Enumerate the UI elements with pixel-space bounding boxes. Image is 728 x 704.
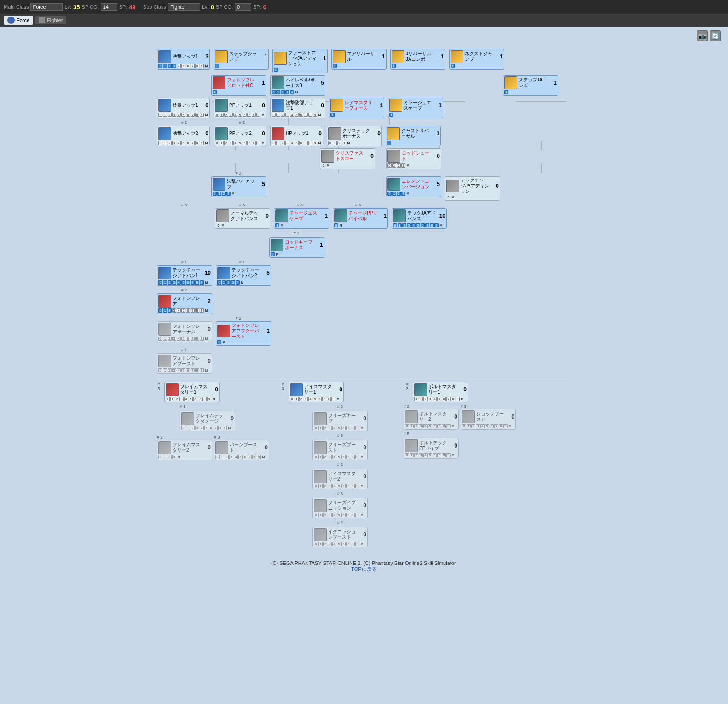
row-6: 法撃ハイアップ 5 0 1 2 3 M エ xyxy=(157,176,571,201)
skill-icon-pp-up1 xyxy=(215,99,228,112)
skill-name-pf-boost: フォトンフレアブースト xyxy=(173,355,203,367)
skill-level-bolt-mastery1: 0 xyxy=(460,386,467,393)
skill-dots-freeze-keep: 0 1 2 3 4 5 6 7 8 9 M xyxy=(314,426,366,430)
refresh-button[interactable]: 🔄 xyxy=(710,30,721,41)
main-content: 📷 🔄 xyxy=(0,27,728,551)
tabs-bar: Force Fighter xyxy=(0,14,728,27)
req-4-2: # 2 xyxy=(215,120,269,125)
skill-houeki-up2: 法撃アップ2 0 0 1 2 3 4 5 6 7 8 9 M xyxy=(157,126,210,146)
skill-ignition-boost: イグニッションブースト 0 0 1 2 3 4 5 6 7 8 xyxy=(312,527,368,547)
req-7-2: # 3 xyxy=(215,203,269,207)
req-7-4: # 3 xyxy=(331,203,385,207)
skill-level-rod-keep-bonus: 1 xyxy=(317,242,323,248)
skill-dots-rare-mastery: 1 xyxy=(330,113,383,117)
skill-icon-tech-charge-ja xyxy=(446,180,459,192)
flame-subtree: # 5 フレイムテックダメージ 0 0 1 2 xyxy=(157,404,277,547)
skill-dots-air-reversal: 1 xyxy=(333,64,385,68)
skill-level-burn-boost: 0 xyxy=(261,444,268,451)
skill-level-photon-flare: 2 xyxy=(204,298,211,304)
skill-dots-bolt-mastery2: 0 1 2 3 4 5 6 7 8 9 xyxy=(405,424,457,428)
skill-name-next-jump: ネクストジャンプ xyxy=(465,51,495,62)
skill-houeki-high: 法撃ハイアップ 5 0 1 2 3 M xyxy=(211,176,266,197)
skill-name-chrys-fast-slow: クリスファストスロー xyxy=(335,151,366,162)
main-lv-value: 35 xyxy=(73,4,80,11)
skill-name-tcc-adv2: テックチャージアドバン2 xyxy=(231,268,262,279)
skill-name-tech-charge-ja: テックチャージJAアディション xyxy=(461,178,491,194)
skill-icon-first-arts xyxy=(274,52,287,65)
skill-dots-tech-charge-ja: 0 M xyxy=(446,195,499,199)
skill-icon-flame-mastery2 xyxy=(158,441,171,454)
burn-boost-col: # 3 バーンブースト 0 0 1 2 xyxy=(214,435,269,460)
main-class-input[interactable] xyxy=(30,3,63,11)
skill-tcc-adv1: テックチャージアドバン1 10 0 1 2 3 4 5 6 7 8 9 xyxy=(157,265,212,286)
skill-level-ice-mastery2: 0 xyxy=(360,473,366,480)
req-row-9: # 2 xyxy=(157,288,571,292)
flame-sub-row2: # 2 フレイムマスタリー2 0 0 1 2 xyxy=(157,435,277,460)
skill-level-freeze-keep: 0 xyxy=(360,415,366,422)
skill-freeze-boost: フリーズブースト 0 0 1 2 3 4 5 6 7 8 xyxy=(312,440,368,460)
skill-level-rare-mastery: 1 xyxy=(376,102,383,109)
skill-dots-tech-up1: 0 1 2 3 4 5 6 7 8 9 M xyxy=(158,113,208,117)
req-flame-tech: # 5 xyxy=(157,404,277,409)
skill-dots-tcc-adv1: 0 1 2 3 4 5 6 7 8 9 M xyxy=(158,280,211,285)
skill-dots-flame-tech: 0 1 2 3 4 5 6 7 8 9 M xyxy=(181,426,234,430)
skill-name-burn-boost: バーンブースト xyxy=(230,442,260,453)
skill-name-j-reversal: JリバーサルJAコンボ xyxy=(406,51,436,62)
skill-icon-hp-up1 xyxy=(272,127,284,140)
sub-class-input[interactable] xyxy=(168,3,200,11)
section-divider xyxy=(157,378,571,378)
skill-normal-tech-adv: ノーマルテックアドバンス 0 0 M xyxy=(215,208,270,229)
skill-tech-ja-adv: テックJAアドバンス 10 0 1 2 3 4 5 6 7 8 9 xyxy=(392,208,447,229)
req-6-1: # 3 xyxy=(211,171,266,175)
skill-icon-charge-pp-revival xyxy=(334,209,347,222)
skill-icon-bolt-mastery2 xyxy=(405,410,418,423)
skill-pp-up2: PPアップ2 0 0 1 2 3 4 5 6 7 8 9 M xyxy=(214,126,266,146)
skill-icon-freeze-ign xyxy=(314,499,327,512)
skill-icon-ice-mastery1 xyxy=(290,383,303,396)
force-tab-label: Force xyxy=(17,17,29,23)
req-burn-boost: # 3 xyxy=(214,435,269,440)
req-freeze-boost: # 3 xyxy=(280,433,400,438)
tab-fighter[interactable]: Fighter xyxy=(35,16,66,24)
req-4-1: # 2 xyxy=(157,120,211,125)
skill-icon-critical-bonus xyxy=(328,127,341,140)
skill-name-ice-mastery1: アイスマスタリー1 xyxy=(304,384,335,395)
skill-critical-bonus: クリステックボーナス 0 0 1 2 3 M xyxy=(327,126,382,146)
skill-name-pf-bonus: フォトンフレアボーナス xyxy=(173,324,203,335)
main-sp-value: 49 xyxy=(129,4,135,11)
skill-j-reversal: JリバーサルJAコンボ 1 1 xyxy=(390,49,445,70)
skill-tech-charge-ja: テックチャージJAアディション 0 0 M xyxy=(445,176,500,201)
skill-icon-rod-keep-bonus xyxy=(271,239,283,251)
req-flame-mastery2: # 2 xyxy=(157,435,212,440)
skill-air-reversal: エアリバーサル 1 1 xyxy=(331,49,387,70)
skill-level-tcc-adv1: 10 xyxy=(204,270,211,276)
skill-dots-photon-flare: 0 1 2 3 4 5 6 7 8 9 M xyxy=(158,308,211,313)
sub-spco-input[interactable] xyxy=(235,3,251,11)
row-8: テックチャージアドバン1 10 0 1 2 3 4 5 6 7 8 9 xyxy=(157,265,571,286)
skill-level-tcc-adv2: 5 xyxy=(263,270,270,276)
skill-dots-pf-after-burst: 0 M xyxy=(217,340,270,344)
skill-first-arts: ファーストアーツJAアディション 1 1 xyxy=(272,49,328,73)
skill-tcc-adv2: テックチャージアドバン2 5 0 1 2 3 4 M xyxy=(216,265,271,286)
skill-icon-tech-up1 xyxy=(158,99,171,112)
bolt-subtree: # 2 ボルトマスタリー2 0 0 1 2 xyxy=(404,404,523,547)
camera-button[interactable]: 📷 xyxy=(697,30,708,41)
skill-name-just-reversal: ジャストリバーサル xyxy=(401,128,432,139)
skill-charge-escape: チャージエスケープ 1 0 M xyxy=(274,208,329,229)
footer-top-link[interactable]: TOPに戻る xyxy=(351,566,376,572)
skill-dots-chrys-fast-slow: 0 M xyxy=(321,163,374,168)
req-m-3: # 3 xyxy=(405,382,409,391)
skill-level-air-reversal: 1 xyxy=(379,53,385,60)
skill-high-level-bonus: ハイレベル/ボーナス0 5 0 1 2 3 4 M xyxy=(270,75,325,96)
skill-dots-charge-escape: 0 M xyxy=(275,223,328,227)
skill-bolt-mastery1: ボルトマスタリー1 0 0 1 2 3 4 5 6 7 8 9 M xyxy=(413,382,468,402)
skill-level-freeze-boost: 0 xyxy=(360,444,366,451)
req-11-1: # 1 xyxy=(157,348,211,352)
sub-lv-value: 0 xyxy=(211,4,214,11)
tab-force[interactable]: Force xyxy=(4,16,33,25)
main-spco-input[interactable] xyxy=(101,3,117,11)
skill-name-air-reversal: エアリバーサル xyxy=(347,51,377,62)
skill-rare-mastery-force: レアマスタリーフォース 1 1 xyxy=(329,98,384,118)
req-10-1: # 2 xyxy=(211,316,266,320)
skill-icon-pf-after-burst xyxy=(217,325,230,337)
